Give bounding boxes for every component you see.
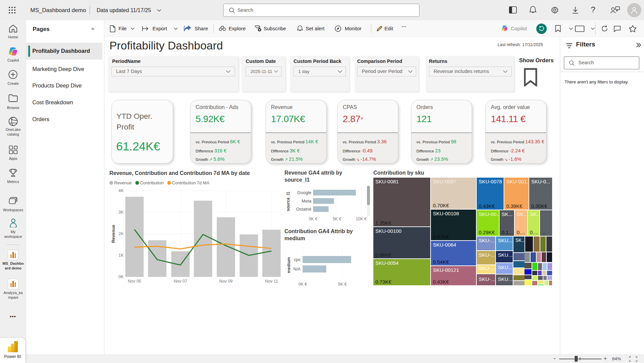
svg-text:2K: 2K — [118, 231, 124, 236]
svg-text:10K €: 10K € — [356, 217, 367, 221]
svg-text:0K €: 0K € — [298, 282, 307, 287]
svg-text:cpc: cpc — [294, 257, 301, 262]
svg-text:0K €: 0K € — [309, 217, 317, 221]
svg-text:5K €: 5K € — [338, 282, 347, 287]
svg-text:N/A: N/A — [293, 266, 301, 271]
svg-text:5K €: 5K € — [333, 217, 341, 221]
svg-text:Nov 11: Nov 11 — [265, 279, 278, 284]
svg-text:Nov 09: Nov 09 — [219, 279, 233, 284]
svg-text:Google: Google — [297, 190, 311, 195]
svg-text:3K: 3K — [118, 210, 124, 215]
svg-text:4K: 4K — [118, 188, 124, 193]
svg-text:Nov 05: Nov 05 — [128, 279, 141, 284]
svg-text:1K: 1K — [118, 253, 124, 258]
svg-text:Meta: Meta — [302, 198, 312, 204]
svg-text:0K: 0K — [118, 275, 124, 279]
svg-text:Nov 07: Nov 07 — [174, 279, 187, 284]
svg-text:Revenue: Revenue — [111, 225, 116, 243]
svg-text:Ostatné: Ostatné — [296, 207, 311, 212]
